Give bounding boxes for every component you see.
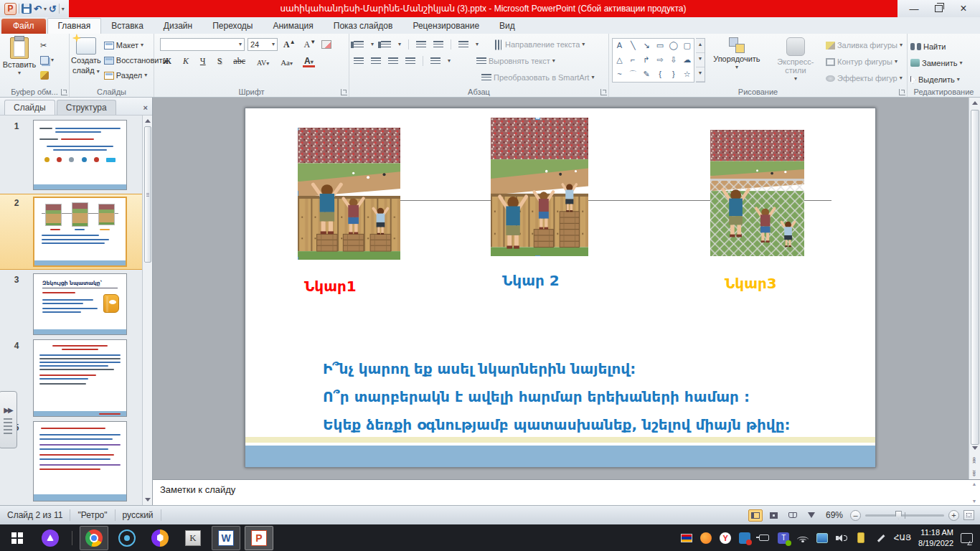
tab-insert[interactable]: Вставка	[101, 19, 154, 34]
font-dialog-launcher-icon[interactable]	[341, 89, 347, 95]
shape-effects-button[interactable]: Эффекты фигур▾	[824, 72, 904, 85]
drawing-dialog-launcher-icon[interactable]	[899, 89, 905, 95]
input-language-indicator[interactable]: ՀԱՅ	[894, 533, 911, 542]
shape-scribble-icon[interactable]: ~	[613, 68, 626, 81]
shape-line-icon[interactable]: ╲	[626, 39, 640, 52]
decrease-indent-icon[interactable]	[416, 41, 426, 49]
cut-button[interactable]: ✂	[39, 39, 55, 52]
font-name-combo[interactable]: ▾	[160, 38, 245, 51]
panel-splitter[interactable]: ▶▶	[0, 391, 17, 448]
image-label-2[interactable]: Նկար 2	[502, 272, 560, 289]
selection-handle[interactable]	[535, 255, 540, 256]
slide-5-thumb[interactable]	[33, 421, 127, 501]
font-size-combo[interactable]: 24▾	[248, 38, 278, 51]
powerpoint-app-icon[interactable]: P	[4, 3, 17, 15]
clock[interactable]: 11:18 AM 8/19/2022	[918, 527, 953, 549]
sync-error-icon[interactable]	[739, 532, 751, 544]
yandex-browser-button[interactable]	[146, 526, 174, 550]
tab-outline[interactable]: Структура	[57, 100, 116, 115]
pen-icon[interactable]	[875, 532, 887, 544]
scroll-up-icon[interactable]	[972, 101, 978, 105]
undo-dropdown-icon[interactable]: ▾	[44, 6, 47, 12]
panel-scroll-thumb[interactable]	[144, 126, 151, 263]
zoom-slider-handle[interactable]	[895, 511, 902, 519]
selection-handle[interactable]	[298, 257, 298, 260]
shapes-gallery[interactable]: A ╲ ↘ ▭ ◯ ▢ △ ⌐ ↱ ⇨ ⇩ ☁ ~ ⌒ ✎ { } ☆	[612, 38, 694, 83]
shapes-scroll-up-icon[interactable]: ▲	[696, 39, 705, 53]
slideshow-view-button[interactable]	[804, 509, 819, 522]
undo-icon[interactable]: ↶	[34, 4, 42, 14]
selection-handle[interactable]	[298, 191, 298, 196]
shape-rectangle-icon[interactable]: ▭	[654, 39, 667, 52]
shapes-more-icon[interactable]: ▼	[696, 67, 705, 82]
new-slide-button[interactable]: Создать слайд ▾	[71, 36, 101, 86]
shrink-font-button[interactable]: А▼	[301, 38, 319, 51]
shape-triangle-icon[interactable]: △	[613, 54, 626, 67]
find-button[interactable]: Найти	[909, 40, 963, 52]
grow-font-button[interactable]: А▲	[281, 38, 298, 51]
shapes-gallery-scroll[interactable]: ▲ ▼ ▼	[696, 38, 705, 83]
image-label-1[interactable]: Նկար1	[304, 278, 357, 295]
tab-design[interactable]: Дизайн	[154, 19, 202, 34]
k-app-button[interactable]: K	[179, 526, 207, 550]
slide-thumbnail-2-selected[interactable]: 2	[0, 194, 142, 269]
normal-view-button[interactable]	[748, 509, 763, 522]
copy-button[interactable]: ▾	[39, 54, 55, 67]
yandex-icon[interactable]: Y	[720, 532, 732, 544]
align-right-icon[interactable]	[388, 57, 398, 65]
shape-freeform-icon[interactable]: ✎	[640, 68, 654, 81]
numbering-caret-icon[interactable]: ▾	[398, 42, 401, 47]
slide-1-thumb[interactable]	[33, 120, 127, 190]
shape-fill-button[interactable]: Заливка фигуры▾	[824, 39, 904, 52]
panel-scroll-down-icon[interactable]	[145, 498, 151, 501]
shape-elbow-arrow-icon[interactable]: ↱	[640, 54, 654, 67]
selection-handle[interactable]	[535, 118, 540, 120]
justify-icon[interactable]	[405, 57, 415, 65]
shape-oval-icon[interactable]: ◯	[666, 39, 680, 52]
character-spacing-button[interactable]: AV▾	[254, 58, 272, 67]
panel-close-icon[interactable]: ×	[143, 103, 148, 112]
theme-name[interactable]: "Ретро"	[70, 509, 115, 521]
paste-button[interactable]: Вставить ▾	[1, 36, 37, 86]
battery-icon[interactable]	[855, 532, 867, 544]
selection-handle[interactable]	[298, 128, 298, 131]
image-equity[interactable]	[491, 118, 588, 256]
italic-button[interactable]: К	[180, 55, 192, 67]
slide-thumbnail-5[interactable]: 5	[0, 421, 152, 501]
columns-icon[interactable]	[430, 57, 440, 65]
editor-scrollbar[interactable]: «« »»	[969, 98, 980, 479]
select-button[interactable]: Выделить▾	[909, 74, 963, 86]
shape-down-arrow-icon[interactable]: ⇩	[666, 54, 680, 67]
notes-pane[interactable]: Заметки к слайду ▲▼	[153, 479, 980, 505]
align-center-icon[interactable]	[371, 57, 381, 65]
word-button[interactable]: W	[212, 526, 240, 550]
image-justice[interactable]	[710, 130, 804, 256]
tab-transitions[interactable]: Переходы	[202, 19, 263, 34]
bullets-caret-icon[interactable]: ▾	[371, 42, 374, 47]
panel-scrollbar[interactable]	[142, 116, 152, 505]
image-label-3[interactable]: Նկար3	[725, 275, 777, 292]
previous-slide-button[interactable]: ««	[969, 455, 980, 465]
image-equality[interactable]	[298, 128, 400, 260]
clear-formatting-icon[interactable]	[321, 40, 331, 49]
shape-star-icon[interactable]: ☆	[680, 68, 694, 81]
slide-sorter-view-button[interactable]	[767, 509, 781, 522]
reading-view-button[interactable]	[786, 509, 800, 522]
font-color-button[interactable]: А▾	[301, 56, 316, 67]
tab-home[interactable]: Главная	[47, 18, 102, 34]
shape-rounded-rect-icon[interactable]: ▢	[680, 39, 694, 52]
clipboard-dialog-launcher-icon[interactable]	[61, 89, 67, 95]
next-slide-button[interactable]: »»	[969, 468, 980, 478]
customize-qat-icon[interactable]: ▾	[62, 6, 65, 12]
quick-styles-button[interactable]: Экспресс-стили ▾	[768, 36, 823, 86]
close-button[interactable]: ×	[958, 3, 969, 14]
change-case-button[interactable]: Aa▾	[278, 57, 296, 67]
tab-file[interactable]: Файл	[1, 19, 46, 34]
save-icon[interactable]	[22, 4, 32, 14]
tab-review[interactable]: Рецензирование	[402, 19, 489, 34]
underline-button[interactable]: Ч	[197, 55, 209, 67]
slide-4-thumb[interactable]	[33, 339, 127, 417]
shape-elbow-icon[interactable]: ⌐	[626, 54, 640, 67]
slide-2-thumb[interactable]	[33, 197, 127, 267]
slide-3-thumb[interactable]: Զեկույցի նպատակը՝	[33, 273, 127, 335]
